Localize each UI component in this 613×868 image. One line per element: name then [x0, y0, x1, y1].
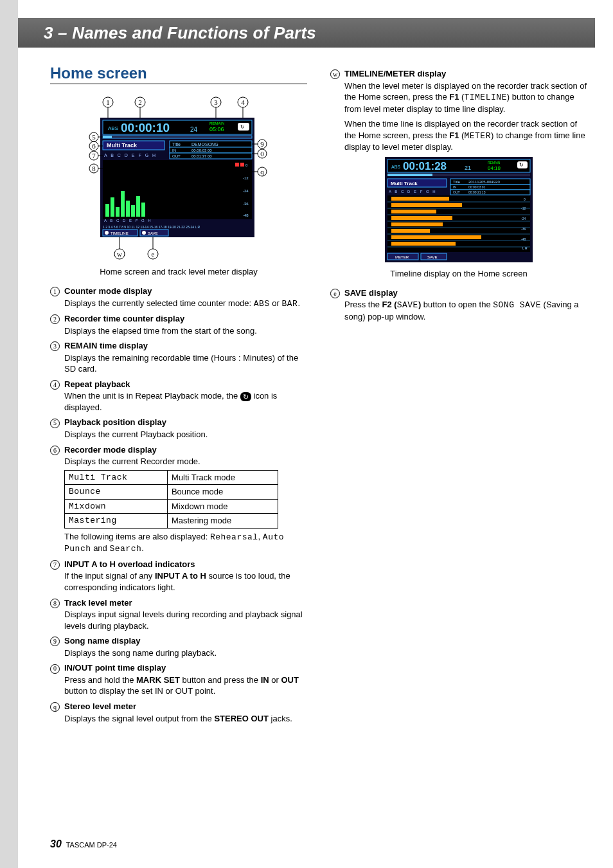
svg-text:↻: ↻ — [519, 162, 524, 168]
svg-text:8: 8 — [92, 165, 96, 172]
svg-text:-12: -12 — [521, 206, 526, 210]
svg-text:04:18: 04:18 — [488, 165, 501, 171]
svg-rect-35 — [103, 160, 252, 219]
svg-text:-48: -48 — [521, 237, 526, 241]
svg-text:00:00:21 13: 00:00:21 13 — [468, 190, 486, 194]
svg-text:-48: -48 — [243, 213, 249, 217]
callout-2: 2 — [135, 97, 145, 118]
svg-rect-124 — [391, 235, 481, 239]
svg-text:Title: Title — [453, 180, 461, 184]
model-label: TASCAM DP-24 — [66, 841, 117, 849]
svg-rect-42 — [136, 196, 140, 217]
svg-rect-38 — [116, 207, 120, 217]
svg-text:q: q — [260, 168, 264, 176]
svg-text:00:00:03 00: 00:00:03 00 — [191, 149, 212, 152]
svg-text:Multi Track: Multi Track — [391, 181, 418, 186]
svg-text:20111205-004920: 20111205-004920 — [468, 180, 500, 184]
svg-text:A B C D E F G H: A B C D E F G H — [389, 190, 437, 194]
svg-rect-119 — [391, 203, 462, 207]
svg-text:-12: -12 — [243, 176, 249, 180]
svg-text:5: 5 — [92, 133, 96, 141]
timeline-caption: Timeline display on the Home screen — [330, 269, 587, 278]
svg-rect-121 — [391, 216, 452, 220]
item-13: e SAVE display Press the F2 (SAVE) butto… — [330, 287, 587, 323]
page-side-tab — [0, 0, 18, 868]
svg-text:24: 24 — [190, 126, 198, 133]
item-5: 5 Playback position displayDisplays the … — [50, 417, 307, 440]
svg-text:OUT: OUT — [172, 154, 181, 158]
svg-text:0: 0 — [260, 150, 264, 158]
svg-text:-36: -36 — [521, 227, 526, 231]
svg-rect-106 — [450, 190, 530, 195]
svg-text:00:01:37 00: 00:01:37 00 — [191, 154, 212, 158]
svg-rect-37 — [111, 197, 114, 217]
timeline-screen-figure: ABS 00:01:28 21 REMAIN 04:18 ↻ Multi Tra… — [385, 157, 533, 265]
svg-text:IN: IN — [172, 149, 176, 152]
svg-text:L R: L R — [522, 246, 528, 250]
page-number: 30 — [50, 838, 62, 849]
svg-rect-96 — [387, 174, 432, 176]
page-footer: 30 TASCAM DP-24 — [50, 838, 117, 850]
svg-text:METER: METER — [395, 255, 409, 259]
svg-text:1 2 3 4 5 6 7 8 9 10 11 12 13-: 1 2 3 4 5 6 7 8 9 10 11 12 13-14 15-16 1… — [103, 225, 200, 229]
svg-text:6: 6 — [92, 142, 96, 150]
svg-rect-120 — [391, 210, 436, 213]
svg-text:w: w — [117, 250, 122, 258]
svg-rect-45 — [240, 163, 244, 167]
svg-text:OUT: OUT — [453, 190, 460, 194]
svg-rect-40 — [126, 201, 130, 217]
svg-text:21: 21 — [465, 165, 471, 171]
svg-text:00:00:10: 00:00:10 — [121, 121, 170, 134]
svg-text:TIMELINE: TIMELINE — [111, 231, 129, 235]
svg-text:Title: Title — [172, 142, 181, 147]
svg-text:-36: -36 — [243, 202, 249, 206]
svg-text:2: 2 — [138, 98, 142, 106]
item-6: 6 Recorder mode display Displays the cur… — [50, 444, 307, 555]
item-4: 4 Repeat playback When the unit is in Re… — [50, 379, 307, 413]
svg-text:SAVE: SAVE — [427, 255, 438, 259]
item-2: 2 Recorder time counter display Displays… — [50, 313, 307, 336]
svg-text:4: 4 — [241, 98, 245, 106]
svg-rect-21 — [103, 136, 252, 138]
item-8: 8 Track level meterDisplays input signal… — [50, 597, 307, 632]
svg-text:Multi Track: Multi Track — [107, 142, 138, 149]
item-1: 1 Counter mode display Displays the curr… — [50, 285, 307, 309]
chapter-header-text: 3 – Names and Functions of Parts — [44, 23, 316, 43]
svg-text:ABS: ABS — [391, 165, 400, 169]
chapter-header: 3 – Names and Functions of Parts — [18, 18, 595, 48]
svg-text:REMAIN: REMAIN — [209, 122, 224, 125]
svg-text:ABS: ABS — [108, 125, 118, 131]
svg-text:SAVE: SAVE — [148, 231, 158, 235]
svg-text:REMAIN: REMAIN — [488, 161, 501, 165]
svg-rect-43 — [141, 203, 145, 217]
svg-text:0: 0 — [524, 197, 526, 201]
content-area: Home screen 1 2 3 4 ABS 00:00:10 24 REMA… — [50, 64, 587, 842]
callout-1: 1 — [103, 97, 113, 118]
recorder-modes-table: Multi TrackMulti Track mode BounceBounce… — [64, 470, 278, 529]
svg-text:↻: ↻ — [240, 124, 245, 130]
left-column: Home screen 1 2 3 4 ABS 00:00:10 24 REMA… — [50, 64, 307, 842]
svg-text:A B C D E F G H: A B C D E F G H — [104, 153, 157, 158]
svg-point-57 — [142, 231, 146, 235]
repeat-icon: ↻ — [240, 392, 251, 402]
callout-3: 3 — [211, 97, 221, 118]
svg-text:05:06: 05:06 — [209, 126, 224, 132]
svg-text:A B C D E F G H: A B C D E F G H — [104, 219, 152, 222]
svg-text:-24: -24 — [521, 217, 526, 221]
svg-text:-24: -24 — [243, 189, 249, 193]
svg-rect-118 — [391, 197, 449, 201]
item-11: q Stereo level meter Displays the signal… — [50, 701, 307, 724]
svg-rect-41 — [131, 205, 135, 217]
item-10: 0 IN/OUT point time display Press and ho… — [50, 662, 307, 697]
item-7: 7 INPUT A to H overload indicators If th… — [50, 559, 307, 593]
svg-text:IN: IN — [453, 185, 456, 189]
svg-text:00:00:03 01: 00:00:03 01 — [468, 185, 486, 189]
item-9: 9 Song name displayDisplays the song nam… — [50, 635, 307, 658]
svg-rect-39 — [121, 191, 125, 217]
svg-text:DEMOSONG: DEMOSONG — [191, 142, 218, 147]
svg-text:7: 7 — [92, 152, 96, 159]
svg-text:00:01:28: 00:01:28 — [403, 160, 447, 172]
svg-rect-36 — [105, 204, 109, 217]
section-title: Home screen — [50, 64, 307, 84]
svg-rect-123 — [391, 229, 430, 233]
